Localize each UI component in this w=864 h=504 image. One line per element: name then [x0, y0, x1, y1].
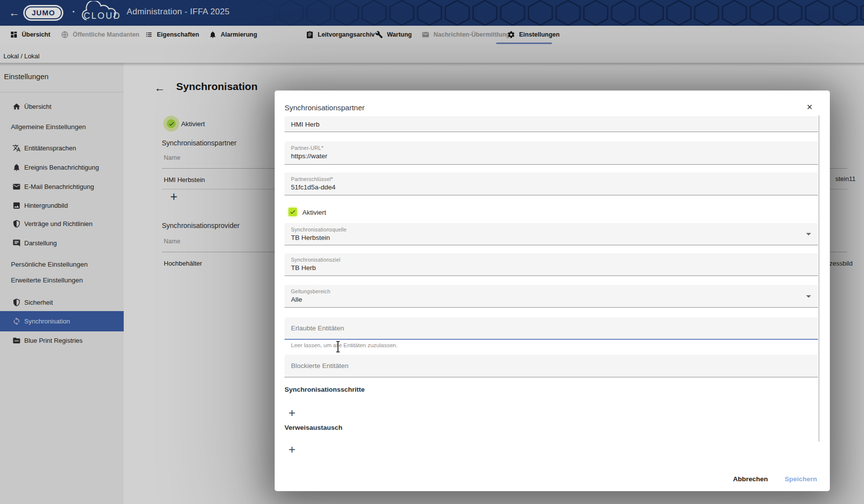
blocked-entities-placeholder: Blockierte Entitäten [291, 355, 348, 377]
add-reference-exchange-button[interactable]: + [288, 444, 295, 456]
check-icon [289, 209, 296, 215]
sync-source-select[interactable]: Synchronisationsquelle TB Herbstein [285, 223, 818, 245]
sync-target-input[interactable]: Synchronisationsziel TB Herb [285, 253, 818, 276]
allowed-entities-placeholder: Erlaubte Entitäten [291, 318, 344, 339]
partner-key-label: Partnerschlüssel* [291, 176, 333, 182]
ibeam-cursor [335, 340, 341, 353]
reference-exchange-section-title: Verweisaustausch [285, 424, 342, 431]
scope-select[interactable]: Geltungsbereich Alle [285, 285, 818, 308]
close-icon[interactable]: × [803, 100, 816, 113]
dialog-footer: Abbrechen Speichern [732, 473, 818, 485]
blocked-entities-input[interactable]: Blockierte Entitäten [285, 355, 818, 377]
name-input[interactable]: ····· HMI Herb [285, 116, 818, 132]
dialog-title: Synchronisationspartner [285, 103, 365, 112]
save-button[interactable]: Speichern [784, 473, 818, 485]
partner-enabled-label: Aktiviert [302, 209, 326, 216]
scope-value: Alle [291, 296, 302, 303]
partner-url-input[interactable]: Partner-URL* https://water [285, 141, 818, 165]
add-sync-step-button[interactable]: + [288, 407, 295, 419]
partner-url-label: Partner-URL* [291, 145, 323, 151]
sync-target-value: TB Herb [291, 264, 316, 272]
scope-label: Geltungsbereich [291, 288, 330, 294]
app-screen: ← JUMO · CLOUD Administration - IFFA 202… [0, 0, 864, 504]
modal-scrollbar[interactable] [818, 115, 819, 442]
sync-steps-section-title: Synchronisationsschritte [285, 386, 365, 393]
allowed-entities-input[interactable]: Erlaubte Entitäten [285, 318, 818, 340]
sync-source-value: TB Herbstein [291, 234, 330, 241]
sync-target-label: Synchronisationsziel [291, 257, 340, 263]
sync-source-label: Synchronisationsquelle [291, 227, 346, 232]
cancel-button[interactable]: Abbrechen [732, 473, 769, 485]
partner-key-value: 51fc1d5a-dde4 [291, 183, 336, 191]
partner-enabled-checkbox[interactable] [288, 208, 297, 216]
chevron-down-icon [806, 233, 811, 235]
sync-partner-dialog: Synchronisationspartner × ····· HMI Herb… [275, 91, 830, 491]
allowed-entities-helper-text: Leer lassen, um alle Entitäten zuzulasse… [291, 342, 397, 348]
name-value: HMI Herb [291, 121, 320, 128]
chevron-down-icon [806, 295, 811, 298]
partner-key-input[interactable]: Partnerschlüssel* 51fc1d5a-dde4 [285, 173, 818, 195]
partner-url-value: https://water [291, 152, 328, 160]
